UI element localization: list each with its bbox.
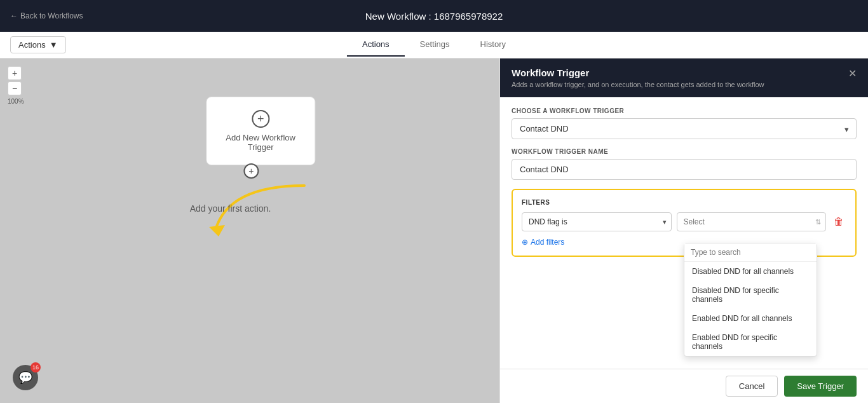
tab-bar: Actions ▼ Actions Settings History <box>0 32 868 58</box>
notification-badge[interactable]: 💬 16 <box>13 365 38 390</box>
arrow-connector: + <box>243 163 259 179</box>
dropdown-option-4[interactable]: Enabled DND for specific channels <box>684 328 817 356</box>
trigger-card-text: Add New Workflow Trigger <box>226 133 295 152</box>
delete-filter-button[interactable]: 🗑 <box>831 214 846 230</box>
canvas-area: + − 100% + Add New Workflow Trigger + Ad… <box>0 58 499 403</box>
zoom-in-button[interactable]: + <box>8 66 22 80</box>
dropdown-search-input[interactable] <box>684 243 817 262</box>
tab-group: Actions Settings History <box>347 33 521 57</box>
panel-body: CHOOSE A WORKFLOW TRIGGER Contact DND WO… <box>500 97 868 369</box>
filters-label: FILTERS <box>522 199 846 206</box>
first-action-prompt: Add your first action. <box>190 203 271 214</box>
add-filters-label: Add filters <box>531 238 564 247</box>
add-trigger-icon: + <box>252 110 269 128</box>
choose-trigger-label: CHOOSE A WORKFLOW TRIGGER <box>512 107 857 114</box>
back-label: Back to Workflows <box>20 11 83 20</box>
filter-value-input[interactable] <box>677 212 827 231</box>
right-panel: Workflow Trigger Adds a workflow trigger… <box>499 58 868 403</box>
actions-label: Actions <box>18 40 46 50</box>
actions-dropdown-button[interactable]: Actions ▼ <box>10 36 66 53</box>
filter-condition-select[interactable]: DND flag is <box>522 212 672 231</box>
trigger-name-label: WORKFLOW TRIGGER NAME <box>512 148 857 155</box>
close-panel-button[interactable]: ✕ <box>848 67 857 79</box>
svg-marker-0 <box>209 225 225 236</box>
main-layout: + − 100% + Add New Workflow Trigger + Ad… <box>0 58 868 403</box>
panel-subtitle: Adds a workflow trigger, and on executio… <box>512 81 764 88</box>
notification-count: 16 <box>31 362 41 372</box>
save-trigger-button[interactable]: Save Trigger <box>784 376 857 397</box>
tab-history[interactable]: History <box>465 33 521 57</box>
top-bar: ← Back to Workflows New Workflow : 16879… <box>0 0 868 32</box>
workflow-title: New Workflow : 1687965978922 <box>365 11 503 22</box>
tab-actions[interactable]: Actions <box>347 33 405 57</box>
filter-value-wrapper: Disabled DND for all channels Disabled D… <box>677 212 827 231</box>
zoom-controls: + − 100% <box>8 66 24 105</box>
choose-trigger-select[interactable]: Contact DND <box>512 118 857 139</box>
filter-row: DND flag is Disabled DND for all channel… <box>522 212 846 231</box>
trigger-name-input[interactable] <box>512 159 857 180</box>
add-action-circle-button[interactable]: + <box>243 163 259 179</box>
back-to-workflows-link[interactable]: ← Back to Workflows <box>10 11 83 20</box>
filter-condition-wrapper: DND flag is <box>522 212 672 231</box>
tab-settings[interactable]: Settings <box>405 33 465 57</box>
dropdown-option-3[interactable]: Enabled DND for all channels <box>684 309 817 328</box>
chat-icon: 💬 <box>18 371 32 385</box>
filters-section: FILTERS DND flag is Disabled DND for all <box>512 189 857 257</box>
panel-title: Workflow Trigger <box>512 67 764 78</box>
dropdown-option-1[interactable]: Disabled DND for all channels <box>684 262 817 281</box>
add-filters-button[interactable]: ⊕ Add filters <box>522 238 564 247</box>
zoom-out-button[interactable]: − <box>8 81 22 95</box>
back-arrow-icon: ← <box>10 11 18 20</box>
zoom-level: 100% <box>8 98 24 105</box>
dropdown-option-2[interactable]: Disabled DND for specific channels <box>684 281 817 309</box>
chevron-down-icon: ▼ <box>50 40 58 50</box>
workflow-trigger-card[interactable]: + Add New Workflow Trigger <box>206 97 315 165</box>
panel-header: Workflow Trigger Adds a workflow trigger… <box>500 58 868 97</box>
panel-footer: Cancel Save Trigger <box>500 369 868 403</box>
cancel-button[interactable]: Cancel <box>726 376 778 397</box>
filter-dropdown-popup: Disabled DND for all channels Disabled D… <box>684 243 817 357</box>
plus-circle-icon: ⊕ <box>522 238 528 247</box>
trigger-select-wrapper: Contact DND <box>512 118 857 139</box>
